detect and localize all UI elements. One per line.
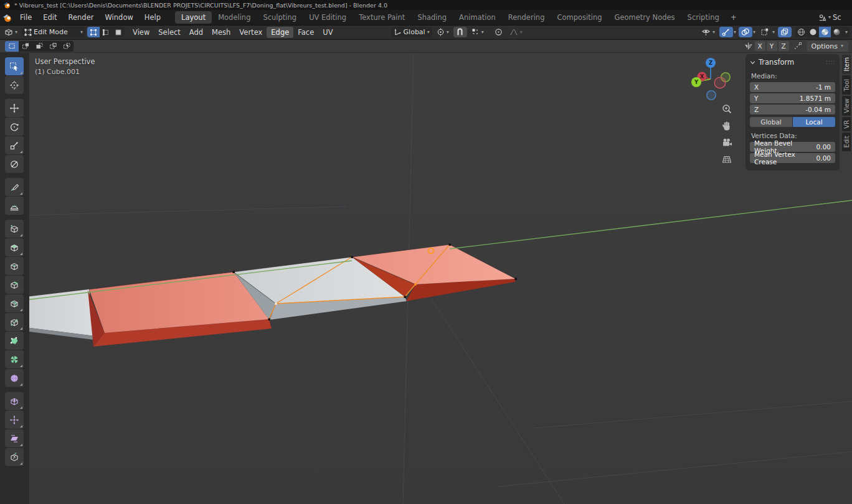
- tool-poly-build[interactable]: [5, 332, 24, 350]
- tool-cursor[interactable]: [5, 76, 24, 94]
- show-gizmo-toggle[interactable]: [719, 27, 733, 37]
- viewport-menu-uv[interactable]: UV: [318, 27, 337, 38]
- mirror-x-button[interactable]: X: [755, 41, 765, 51]
- median-z-field[interactable]: Z -0.04 m: [750, 105, 835, 114]
- workspace-tab-compositing[interactable]: Compositing: [551, 11, 608, 24]
- workspace-tab-modeling[interactable]: Modeling: [212, 11, 257, 24]
- camera-view-icon[interactable]: [721, 137, 732, 148]
- workspace-tab-animation[interactable]: Animation: [453, 11, 502, 24]
- tool-shrink-fatten[interactable]: [5, 411, 24, 429]
- tool-measure[interactable]: [5, 197, 24, 215]
- blender-menu-icon[interactable]: [2, 13, 12, 22]
- xray-options-dropdown[interactable]: [758, 27, 772, 37]
- face-select-button[interactable]: [112, 27, 125, 37]
- shading-rendered-button[interactable]: [831, 27, 843, 37]
- tool-inset-faces[interactable]: [5, 257, 24, 275]
- viewport-menu-edge[interactable]: Edge: [267, 27, 293, 38]
- tab-tool[interactable]: Tool: [842, 75, 851, 95]
- viewport-menu-face[interactable]: Face: [293, 27, 318, 38]
- viewport-menu-add[interactable]: Add: [185, 27, 207, 38]
- workspace-tab-geometry-nodes[interactable]: Geometry Nodes: [608, 11, 681, 24]
- snap-with-dropdown[interactable]: ▾: [469, 27, 486, 37]
- tool-rotate[interactable]: [5, 118, 24, 136]
- options-dropdown[interactable]: Options ▾: [807, 41, 848, 52]
- edge-select-button[interactable]: [100, 27, 112, 37]
- viewport-menu-vertex[interactable]: Vertex: [235, 27, 267, 38]
- scene-selector[interactable]: ▾ Sc: [818, 13, 852, 22]
- shading-wireframe-button[interactable]: [795, 27, 807, 37]
- menu-render[interactable]: Render: [63, 11, 100, 24]
- tool-knife[interactable]: [5, 313, 24, 331]
- axis-neg-z-ball[interactable]: [707, 91, 716, 100]
- shading-solid-button[interactable]: [807, 27, 819, 37]
- tool-select-box[interactable]: [5, 57, 24, 75]
- tool-add-cube[interactable]: [5, 220, 24, 238]
- proportional-falloff-dropdown[interactable]: ▾: [507, 27, 525, 37]
- add-workspace-button[interactable]: +: [726, 12, 742, 23]
- viewport-canvas[interactable]: User Perspective (1) Cube.001 Z X Y: [0, 53, 852, 504]
- tool-extrude-region[interactable]: [5, 238, 24, 256]
- tool-scale[interactable]: [5, 136, 24, 154]
- tab-view[interactable]: View: [842, 96, 851, 116]
- scene-icon: [818, 14, 826, 22]
- select-mode-extend[interactable]: [19, 41, 32, 52]
- tab-item[interactable]: Item: [842, 55, 851, 74]
- tool-bevel[interactable]: [5, 276, 24, 294]
- toggle-xray-button[interactable]: [778, 27, 792, 37]
- panel-grip-icon[interactable]: ::::: [826, 60, 835, 65]
- tool-smooth[interactable]: [5, 369, 24, 387]
- tool-edge-slide[interactable]: [5, 392, 24, 410]
- mirror-y-button[interactable]: Y: [767, 41, 777, 51]
- workspace-tab-shading[interactable]: Shading: [411, 11, 453, 24]
- workspace-tab-texture-paint[interactable]: Texture Paint: [353, 11, 411, 24]
- show-overlays-toggle[interactable]: [739, 27, 752, 37]
- tool-loop-cut[interactable]: [5, 294, 24, 312]
- viewport-menu-view[interactable]: View: [128, 27, 154, 38]
- tool-shear[interactable]: [5, 429, 24, 447]
- menu-file[interactable]: File: [14, 11, 37, 24]
- menu-edit[interactable]: Edit: [37, 11, 62, 24]
- snap-toggle[interactable]: [453, 27, 467, 37]
- editor-type-button[interactable]: ▾: [2, 27, 20, 37]
- tool-rip-region[interactable]: [5, 448, 24, 466]
- workspace-tab-scripting[interactable]: Scripting: [681, 11, 726, 24]
- mirror-z-button[interactable]: Z: [779, 41, 789, 51]
- select-mode-invert[interactable]: [46, 41, 60, 52]
- object-visibility-dropdown[interactable]: ▾: [699, 27, 717, 37]
- select-mode-set[interactable]: [5, 41, 19, 52]
- tool-annotate[interactable]: [5, 178, 24, 196]
- axis-neg-x-ball[interactable]: [714, 77, 726, 88]
- global-space-button[interactable]: Global: [750, 117, 792, 127]
- viewport-menu-mesh[interactable]: Mesh: [207, 27, 235, 38]
- mode-dropdown[interactable]: Edit Mode ▾: [22, 27, 85, 37]
- workspace-tab-rendering[interactable]: Rendering: [502, 11, 551, 24]
- transform-panel-header[interactable]: Transform ::::: [750, 55, 835, 70]
- select-mode-subtract[interactable]: [32, 41, 46, 52]
- snap-increment-icon[interactable]: [793, 42, 802, 50]
- navigation-gizmo[interactable]: Z X Y: [685, 55, 736, 106]
- shading-material-button[interactable]: [819, 27, 831, 37]
- workspace-tab-layout[interactable]: Layout: [175, 11, 212, 24]
- tab-edit[interactable]: Edit: [842, 133, 851, 151]
- select-mode-intersect[interactable]: [60, 41, 73, 52]
- workspace-tab-uv-editing[interactable]: UV Editing: [303, 11, 353, 24]
- perspective-grid-icon[interactable]: [721, 154, 732, 165]
- mean-vertex-crease-field[interactable]: Mean Vertex Crease 0.00: [750, 153, 835, 163]
- median-y-field[interactable]: Y 1.8571 m: [750, 93, 835, 103]
- tool-transform[interactable]: [5, 155, 24, 173]
- menu-help[interactable]: Help: [139, 11, 166, 24]
- tool-spin[interactable]: [5, 350, 24, 368]
- pivot-point-dropdown[interactable]: ▾: [434, 27, 452, 37]
- vertex-select-button[interactable]: [87, 27, 100, 37]
- median-x-field[interactable]: X -1 m: [750, 82, 835, 92]
- proportional-editing-toggle[interactable]: [492, 27, 505, 37]
- pan-hand-icon[interactable]: [721, 120, 732, 131]
- menu-window[interactable]: Window: [99, 11, 138, 24]
- zoom-icon[interactable]: [721, 103, 732, 114]
- viewport-menu-select[interactable]: Select: [154, 27, 184, 38]
- tool-move[interactable]: [5, 99, 24, 117]
- local-space-button[interactable]: Local: [793, 117, 835, 127]
- tab-vr[interactable]: VR: [842, 117, 851, 131]
- transform-orientation-dropdown[interactable]: Global ▾: [391, 27, 432, 37]
- workspace-tab-sculpting[interactable]: Sculpting: [257, 11, 303, 24]
